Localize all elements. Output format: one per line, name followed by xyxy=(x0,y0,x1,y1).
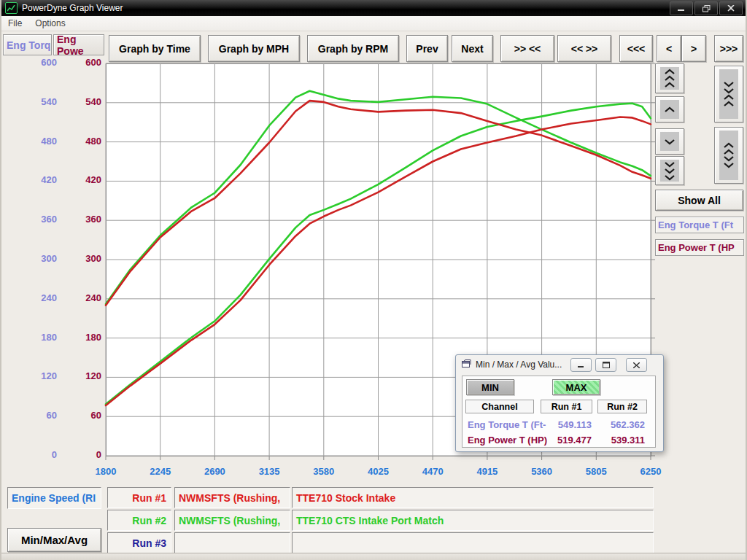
max-button-label: MAX xyxy=(566,382,587,393)
toolbar-button-[interactable]: <<< xyxy=(619,35,653,62)
scroll-down-button[interactable] xyxy=(655,128,684,155)
minmax-col-run2[interactable]: Run #2 xyxy=(597,400,647,413)
expand-y-button-icon xyxy=(719,131,738,180)
col-run1-label: Run #1 xyxy=(551,402,582,412)
minmax-title-bar[interactable]: Min / Max / Avg Valu... xyxy=(456,355,663,374)
minmax-minimize-button[interactable] xyxy=(570,358,592,372)
minmax-run2-value: 539.311 xyxy=(611,435,645,446)
menu-bar: File Options xyxy=(1,16,746,31)
minmax-close-button[interactable] xyxy=(626,358,647,372)
y-tick-label: 180 xyxy=(1,332,57,343)
y-tick-label: 360 xyxy=(1,214,57,225)
x-tick-label: 4915 xyxy=(464,466,511,477)
scroll-down-triple-button[interactable] xyxy=(655,156,684,185)
x-tick-label: 2245 xyxy=(137,466,184,477)
y-tick-label: 600 xyxy=(60,57,101,68)
y-axis-torque-labels: 600540480420360300240180120600 xyxy=(1,0,57,510)
minmaxavg-button-label: Min/Max/Avg xyxy=(21,534,88,546)
toolbar-button-graph-by-time[interactable]: Graph by Time xyxy=(109,35,201,62)
minmax-title: Min / Max / Avg Valu... xyxy=(476,359,562,370)
minmax-col-run1[interactable]: Run #1 xyxy=(541,400,592,413)
legend-operator-box[interactable]: NWMSFTS (Rushing, xyxy=(174,510,290,531)
y-tick-label: 420 xyxy=(60,174,101,185)
minmax-col-channel[interactable]: Channel xyxy=(465,400,534,413)
x-axis-channel-text: Engine Speed (RI xyxy=(12,492,96,504)
toolbar-button-[interactable]: >> << xyxy=(500,35,554,62)
y-tick-label: 0 xyxy=(60,449,101,460)
y-tick-label: 0 xyxy=(1,449,57,460)
y-tick-label: 300 xyxy=(1,253,57,264)
scroll-down-triple-button-icon xyxy=(660,160,679,182)
y-tick-label: 120 xyxy=(1,370,57,381)
y-tick-label: 240 xyxy=(60,292,101,303)
show-all-label: Show All xyxy=(678,195,721,206)
max-button[interactable]: MAX xyxy=(552,379,600,395)
toolbar-button-[interactable]: < xyxy=(657,35,681,62)
toolbar-button-next[interactable]: Next xyxy=(452,35,493,62)
window-bottom-edge xyxy=(1,553,746,560)
power-channel-label[interactable]: Eng Power T (HP xyxy=(655,239,744,256)
x-tick-label: 3135 xyxy=(246,466,293,477)
toolbar-button-[interactable]: > xyxy=(681,35,706,62)
scroll-down-button-icon xyxy=(660,132,679,151)
minmax-channel-name: Eng Torque T (Ft- xyxy=(468,419,546,430)
y-tick-label: 480 xyxy=(60,136,101,147)
x-axis-channel-box[interactable]: Engine Speed (RI xyxy=(7,487,101,509)
legend-description-box[interactable]: TTE710 Stock Intake xyxy=(292,487,654,508)
scroll-up-button[interactable] xyxy=(655,96,684,122)
compress-y-button[interactable] xyxy=(714,66,743,122)
show-all-button[interactable]: Show All xyxy=(655,190,743,211)
title-bar[interactable]: PowerDyne Graph Viewer xyxy=(1,0,746,16)
y-axis-power-labels: 600540480420360300240180120600 xyxy=(60,0,101,510)
y-tick-label: 60 xyxy=(1,410,57,421)
torque-channel-label[interactable]: Eng Torque T (Ft xyxy=(655,217,744,233)
legend-operator-box[interactable] xyxy=(174,532,290,553)
toolbar-button-[interactable]: >>> xyxy=(714,35,743,62)
powerdyne-window: PowerDyne Graph Viewer File Options Eng … xyxy=(0,0,747,560)
minmax-window-icon xyxy=(462,359,471,370)
minmax-restore-button[interactable] xyxy=(595,358,616,372)
scroll-up-triple-button[interactable] xyxy=(655,63,684,93)
y-tick-label: 120 xyxy=(60,370,101,381)
min-button[interactable]: MIN xyxy=(466,379,514,395)
toolbar-button-prev[interactable]: Prev xyxy=(406,35,448,62)
legend-operator-box[interactable]: NWMSFTS (Rushing, xyxy=(174,487,290,508)
x-tick-label: 6250 xyxy=(627,466,674,477)
x-tick-label: 3580 xyxy=(301,466,347,477)
legend-run-label[interactable]: Run #1 xyxy=(107,487,171,508)
expand-y-button[interactable] xyxy=(714,127,743,184)
legend-run-label[interactable]: Run #3 xyxy=(107,532,171,553)
x-tick-label: 2690 xyxy=(191,466,238,477)
min-button-label: MIN xyxy=(481,382,499,393)
x-tick-label: 4025 xyxy=(355,466,402,477)
y-tick-label: 420 xyxy=(1,174,57,185)
scroll-up-button-icon xyxy=(660,100,679,119)
y-tick-label: 240 xyxy=(1,292,57,303)
power-channel-text: Eng Power T (HP xyxy=(658,242,735,253)
toolbar-button-graph-by-mph[interactable]: Graph by MPH xyxy=(208,35,300,62)
minmax-run1-value: 549.113 xyxy=(558,419,592,430)
minmaxavg-button[interactable]: Min/Max/Avg xyxy=(7,528,101,552)
restore-button[interactable] xyxy=(694,1,718,15)
x-tick-label: 5805 xyxy=(573,466,619,477)
y-tick-label: 360 xyxy=(60,214,101,225)
legend-description-box[interactable] xyxy=(292,532,654,553)
torque-channel-text: Eng Torque T (Ft xyxy=(658,219,733,230)
minmax-window[interactable]: Min / Max / Avg Valu... MIN MAX Channel … xyxy=(455,354,664,452)
legend-run-label[interactable]: Run #2 xyxy=(107,510,171,531)
y-tick-label: 540 xyxy=(1,96,57,107)
x-tick-label: 1800 xyxy=(82,466,129,477)
close-button[interactable] xyxy=(719,1,743,15)
col-run2-label: Run #2 xyxy=(607,402,638,412)
toolbar-button-graph-by-rpm[interactable]: Graph by RPM xyxy=(307,35,399,62)
x-tick-label: 5360 xyxy=(519,466,565,477)
minmax-run1-value: 519.477 xyxy=(557,435,592,446)
y-tick-label: 600 xyxy=(1,57,57,68)
y-tick-label: 480 xyxy=(1,136,57,147)
minimize-button[interactable] xyxy=(670,1,693,15)
toolbar-button-[interactable]: << >> xyxy=(557,35,611,62)
y-tick-label: 180 xyxy=(60,332,101,343)
x-tick-label: 4470 xyxy=(409,466,456,477)
compress-y-button-icon xyxy=(719,69,738,119)
legend-description-box[interactable]: TTE710 CTS Intake Port Match xyxy=(292,510,654,531)
